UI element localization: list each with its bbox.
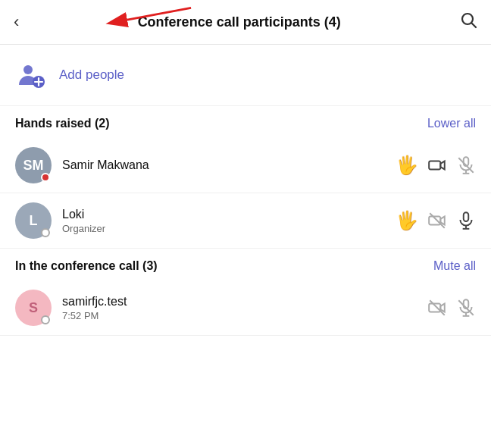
back-button[interactable]: ‹: [14, 12, 19, 32]
participant-icons: 🖐️: [396, 210, 476, 231]
participant-info: Samir Makwana: [62, 158, 385, 172]
add-people-row[interactable]: Add people: [0, 45, 491, 106]
video-off-icon[interactable]: [427, 298, 447, 318]
hand-raised-icon: 🖐️: [396, 210, 418, 231]
header: ‹ Conference call participants (4): [0, 0, 491, 45]
hands-raised-title: Hands raised (2): [15, 117, 109, 130]
participant-role: Organizer: [62, 223, 385, 234]
in-call-section-header: In the conference call (3) Mute all: [0, 249, 491, 280]
video-icon[interactable]: [427, 155, 447, 175]
mic-off-icon[interactable]: [456, 298, 476, 318]
hands-raised-section-header: Hands raised (2) Lower all: [0, 106, 491, 138]
search-button[interactable]: [459, 11, 477, 33]
avatar: S: [15, 290, 52, 326]
participant-info: samirfjc.test 7:52 PM: [62, 295, 417, 321]
participant-info: Loki Organizer: [62, 208, 385, 234]
in-call-title: In the conference call (3): [15, 259, 158, 273]
participant-name: samirfjc.test: [62, 295, 417, 309]
participant-row: SM Samir Makwana 🖐️: [0, 138, 491, 193]
svg-line-14: [430, 213, 445, 228]
participant-icons: 🖐️: [396, 155, 476, 176]
status-dot-online: [41, 173, 50, 182]
participant-row: S samirfjc.test 7:52 PM: [0, 280, 491, 336]
add-people-label: Add people: [59, 67, 124, 83]
svg-rect-8: [429, 161, 440, 170]
status-dot-offline: [41, 228, 50, 237]
svg-line-1: [472, 23, 477, 28]
add-people-icon: [15, 58, 48, 92]
svg-line-19: [430, 300, 445, 315]
participant-icons: [427, 298, 476, 318]
status-dot-offline: [41, 315, 50, 324]
mic-icon[interactable]: [456, 211, 476, 230]
participant-name: Loki: [62, 208, 385, 221]
mute-all-button[interactable]: Mute all: [433, 259, 476, 273]
video-off-icon[interactable]: [427, 211, 447, 230]
page-title: Conference call participants (4): [27, 14, 452, 30]
mic-off-icon[interactable]: [456, 155, 476, 175]
hand-raised-icon: 🖐️: [396, 155, 418, 176]
participant-row: L Loki Organizer 🖐️: [0, 193, 491, 249]
svg-rect-15: [464, 212, 469, 221]
avatar: SM: [15, 147, 52, 183]
participant-name: Samir Makwana: [62, 158, 385, 172]
participant-time: 7:52 PM: [62, 310, 417, 321]
lower-all-button[interactable]: Lower all: [427, 117, 476, 130]
avatar: L: [15, 202, 52, 239]
svg-point-4: [23, 65, 33, 74]
